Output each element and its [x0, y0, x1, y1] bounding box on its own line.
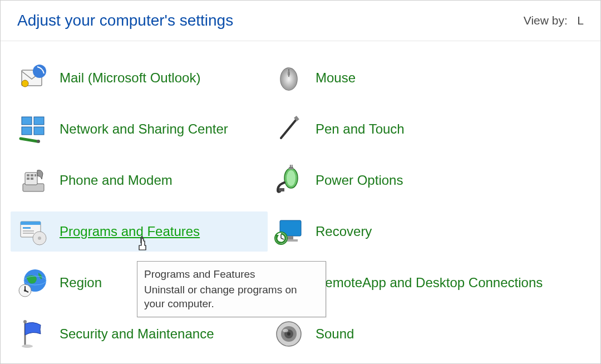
svg-point-48 — [24, 289, 26, 292]
item-label: Power Options — [316, 172, 403, 189]
item-pen[interactable]: Pen and Touch — [268, 109, 579, 149]
svg-rect-6 — [288, 71, 290, 76]
svg-rect-19 — [31, 174, 33, 176]
svg-rect-26 — [290, 165, 291, 168]
svg-line-13 — [281, 119, 297, 138]
header: Adjust your computer's settings View by:… — [1, 1, 600, 41]
item-mail[interactable]: Mail (Microsoft Outlook) — [12, 58, 268, 98]
item-mouse[interactable]: Mouse — [268, 58, 579, 98]
item-label: Security and Maintenance — [60, 326, 214, 342]
svg-point-24 — [287, 170, 295, 186]
mouse-icon — [273, 62, 304, 94]
item-label: Mail (Microsoft Outlook) — [60, 70, 200, 86]
item-sound[interactable]: Sound — [268, 314, 579, 354]
page-title: Adjust your computer's settings — [17, 12, 233, 29]
svg-point-35 — [38, 237, 41, 240]
tooltip: Programs and Features Uninstall or chang… — [137, 261, 326, 317]
item-label: Sound — [316, 326, 354, 342]
svg-point-55 — [23, 320, 27, 323]
recovery-icon — [273, 216, 304, 247]
svg-rect-22 — [31, 178, 33, 180]
region-icon — [17, 267, 48, 298]
svg-rect-18 — [27, 174, 29, 176]
svg-rect-30 — [21, 222, 41, 225]
item-label: Mouse — [316, 70, 356, 86]
svg-rect-25 — [289, 167, 293, 169]
svg-rect-32 — [23, 230, 34, 232]
security-flag-icon — [17, 318, 48, 350]
tooltip-body: Uninstall or change programs on your com… — [144, 283, 319, 311]
item-network[interactable]: Network and Sharing Center — [12, 109, 268, 149]
pen-icon — [273, 114, 304, 145]
svg-rect-10 — [34, 127, 44, 135]
svg-point-2 — [22, 80, 28, 87]
sound-icon — [273, 318, 304, 350]
svg-rect-31 — [23, 227, 31, 229]
svg-rect-7 — [22, 117, 32, 125]
svg-rect-27 — [292, 165, 293, 168]
item-security[interactable]: Security and Maintenance — [12, 314, 268, 354]
item-label: Network and Sharing Center — [60, 121, 228, 137]
phone-icon — [17, 165, 48, 196]
tooltip-title: Programs and Features — [144, 267, 319, 282]
svg-rect-20 — [35, 174, 36, 176]
network-icon — [17, 114, 48, 145]
item-programs[interactable]: Programs and Features — [11, 211, 268, 252]
view-by-label[interactable]: View by: L — [524, 14, 584, 27]
svg-point-56 — [22, 345, 33, 348]
item-label: RemoteApp and Desktop Connections — [316, 274, 543, 291]
svg-point-61 — [283, 329, 288, 332]
svg-rect-21 — [27, 178, 29, 180]
svg-rect-33 — [23, 233, 34, 234]
item-label: Region — [60, 274, 102, 291]
item-label: Phone and Modem — [60, 172, 173, 189]
programs-icon — [17, 216, 48, 247]
svg-point-1 — [33, 65, 46, 78]
svg-rect-28 — [279, 188, 284, 191]
item-power[interactable]: Power Options — [268, 160, 579, 200]
svg-rect-37 — [288, 236, 293, 239]
item-label: Recovery — [316, 223, 372, 240]
mail-icon — [17, 62, 48, 94]
svg-point-60 — [287, 332, 290, 336]
item-recovery[interactable]: Recovery — [268, 211, 579, 252]
item-label: Pen and Touch — [316, 121, 405, 137]
svg-rect-9 — [22, 127, 32, 135]
svg-line-11 — [21, 139, 37, 141]
svg-point-12 — [37, 140, 40, 143]
item-label: Programs and Features — [60, 223, 200, 240]
item-phone[interactable]: Phone and Modem — [12, 160, 268, 200]
power-icon — [273, 165, 304, 196]
svg-rect-8 — [34, 117, 44, 125]
